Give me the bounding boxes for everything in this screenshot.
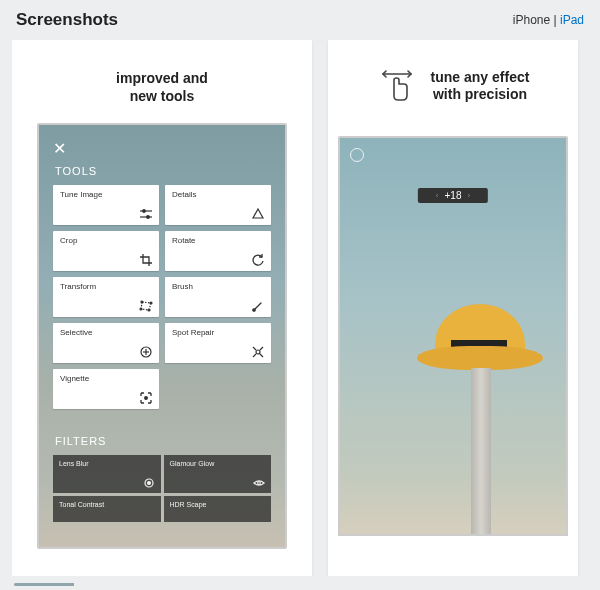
screenshot-card-1: improved and new tools ✕ TOOLS Tune Imag… xyxy=(12,40,312,576)
adjustment-value-pill[interactable]: ‹ +18 › xyxy=(418,188,488,203)
screenshot-carousel[interactable]: improved and new tools ✕ TOOLS Tune Imag… xyxy=(12,40,588,576)
phone-mock-2: ‹ +18 › xyxy=(338,136,568,536)
filter-glamour-glow[interactable]: Glamour Glow xyxy=(164,455,272,493)
device-tabs: iPhone | iPad xyxy=(513,13,584,27)
svg-point-22 xyxy=(258,482,261,485)
tool-transform[interactable]: Transform xyxy=(53,277,159,317)
corner-indicator-icon xyxy=(350,148,364,162)
svg-point-18 xyxy=(256,350,260,354)
screenshot-caption-1: improved and new tools xyxy=(20,70,304,105)
rotate-icon xyxy=(251,253,265,267)
phone-mock-1: ✕ TOOLS Tune Image Details xyxy=(37,123,287,549)
tools-header: TOOLS xyxy=(39,165,97,177)
tool-crop[interactable]: Crop xyxy=(53,231,159,271)
svg-line-14 xyxy=(253,347,256,350)
filter-lens-blur[interactable]: Lens Blur xyxy=(53,455,161,493)
tool-details[interactable]: Details xyxy=(165,185,271,225)
tool-brush[interactable]: Brush xyxy=(165,277,271,317)
svg-point-10 xyxy=(253,309,255,311)
tool-tune-image[interactable]: Tune Image xyxy=(53,185,159,225)
screenshot-caption-2: tune any effect with precision xyxy=(336,66,570,106)
filters-grid: Lens Blur Glamour Glow Tonal Contrast xyxy=(53,455,271,522)
selective-icon xyxy=(139,345,153,359)
filter-hdr-scape[interactable]: HDR Scape xyxy=(164,496,272,522)
svg-point-21 xyxy=(147,482,150,485)
tool-vignette[interactable]: Vignette xyxy=(53,369,159,409)
svg-point-8 xyxy=(148,309,150,311)
lens-blur-icon xyxy=(143,477,155,489)
svg-line-17 xyxy=(260,354,263,357)
svg-point-9 xyxy=(140,308,142,310)
tool-spot-repair[interactable]: Spot Repair xyxy=(165,323,271,363)
crop-icon xyxy=(139,253,153,267)
screenshot-card-2: tune any effect with precision ‹ +18 › xyxy=(328,40,578,576)
transform-icon xyxy=(139,299,153,313)
svg-line-16 xyxy=(253,354,256,357)
close-icon[interactable]: ✕ xyxy=(53,139,66,158)
svg-point-7 xyxy=(150,302,152,304)
tune-image-icon xyxy=(139,207,153,221)
spot-repair-icon xyxy=(251,345,265,359)
vignette-icon xyxy=(139,391,153,405)
pill-right-mark: › xyxy=(467,191,470,200)
svg-point-3 xyxy=(147,216,150,219)
brush-icon xyxy=(251,299,265,313)
svg-point-2 xyxy=(143,210,146,213)
tools-grid: Tune Image Details Crop xyxy=(53,185,271,409)
tab-sep: | xyxy=(550,13,560,27)
filters-header: FILTERS xyxy=(39,435,106,447)
pill-left-mark: ‹ xyxy=(436,191,439,200)
svg-point-19 xyxy=(145,397,148,400)
photo-subject-tower xyxy=(395,274,555,534)
tab-iphone[interactable]: iPhone xyxy=(513,13,550,27)
tool-rotate[interactable]: Rotate xyxy=(165,231,271,271)
swipe-gesture-icon xyxy=(377,66,417,106)
section-header: Screenshots iPhone | iPad xyxy=(12,10,588,30)
section-title: Screenshots xyxy=(16,10,118,30)
details-icon xyxy=(251,207,265,221)
svg-marker-4 xyxy=(253,209,263,218)
adjustment-value: +18 xyxy=(445,190,462,201)
svg-line-15 xyxy=(260,347,263,350)
glamour-glow-icon xyxy=(253,477,265,489)
filter-tonal-contrast[interactable]: Tonal Contrast xyxy=(53,496,161,522)
tab-ipad[interactable]: iPad xyxy=(560,13,584,27)
svg-point-6 xyxy=(141,301,143,303)
tool-selective[interactable]: Selective xyxy=(53,323,159,363)
